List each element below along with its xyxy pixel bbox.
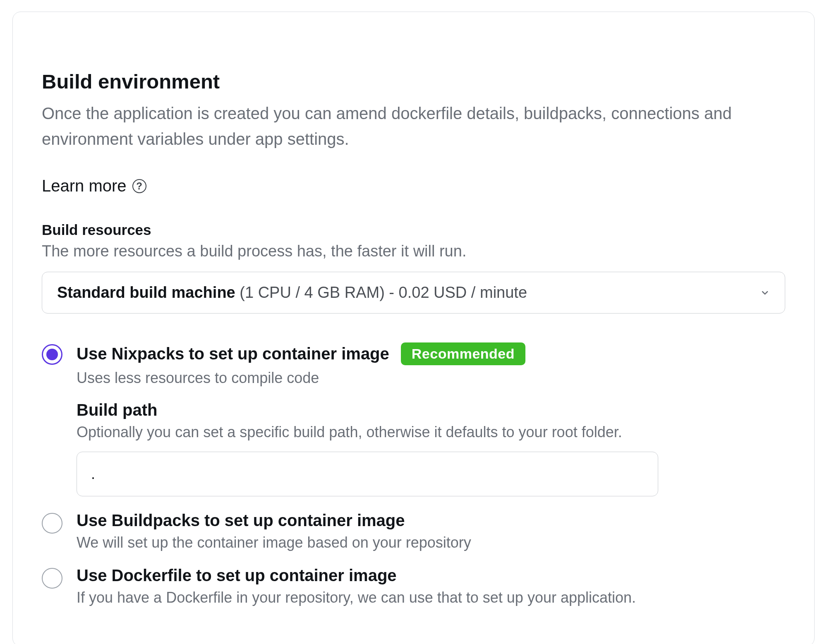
build-path-description: Optionally you can set a specific build … xyxy=(77,424,785,441)
section-title: Build environment xyxy=(42,70,785,93)
radio-buildpacks[interactable] xyxy=(42,513,62,534)
radio-desc-dockerfile: If you have a Dockerfile in your reposit… xyxy=(77,589,785,606)
radio-nixpacks[interactable] xyxy=(42,344,62,365)
build-machine-detail: (1 CPU / 4 GB RAM) - 0.02 USD / minute xyxy=(235,284,527,301)
radio-title-dockerfile: Use Dockerfile to set up container image xyxy=(77,566,785,585)
radio-body-nixpacks: Use Nixpacks to set up container image R… xyxy=(77,342,785,496)
build-path-section: Build path Optionally you can set a spec… xyxy=(77,401,785,496)
radio-title-buildpacks: Use Buildpacks to set up container image xyxy=(77,511,785,530)
recommended-badge: Recommended xyxy=(401,342,525,365)
section-description: Once the application is created you can … xyxy=(42,101,770,152)
radio-option-nixpacks: Use Nixpacks to set up container image R… xyxy=(42,342,785,496)
build-environment-panel: Build environment Once the application i… xyxy=(12,12,815,644)
radio-option-buildpacks: Use Buildpacks to set up container image… xyxy=(42,511,785,551)
build-path-label: Build path xyxy=(77,401,785,419)
chevron-down-icon xyxy=(760,288,770,298)
build-resources-label: Build resources xyxy=(42,222,785,238)
radio-desc-buildpacks: We will set up the container image based… xyxy=(77,534,785,551)
build-method-radio-group: Use Nixpacks to set up container image R… xyxy=(42,342,785,621)
radio-body-buildpacks: Use Buildpacks to set up container image… xyxy=(77,511,785,551)
radio-option-dockerfile: Use Dockerfile to set up container image… xyxy=(42,566,785,606)
build-machine-selected-value: Standard build machine (1 CPU / 4 GB RAM… xyxy=(57,284,527,302)
build-machine-select[interactable]: Standard build machine (1 CPU / 4 GB RAM… xyxy=(42,272,785,314)
radio-body-dockerfile: Use Dockerfile to set up container image… xyxy=(77,566,785,606)
build-machine-name: Standard build machine xyxy=(57,284,235,301)
learn-more-link[interactable]: Learn more ? xyxy=(42,177,146,195)
learn-more-label: Learn more xyxy=(42,177,127,195)
radio-title-row: Use Nixpacks to set up container image R… xyxy=(77,342,785,365)
build-path-input[interactable] xyxy=(77,452,658,496)
radio-title-nixpacks: Use Nixpacks to set up container image xyxy=(77,345,389,363)
build-resources-description: The more resources a build process has, … xyxy=(42,242,785,260)
help-icon: ? xyxy=(132,179,146,193)
radio-desc-nixpacks: Uses less resources to compile code xyxy=(77,369,785,387)
radio-dockerfile[interactable] xyxy=(42,568,62,589)
